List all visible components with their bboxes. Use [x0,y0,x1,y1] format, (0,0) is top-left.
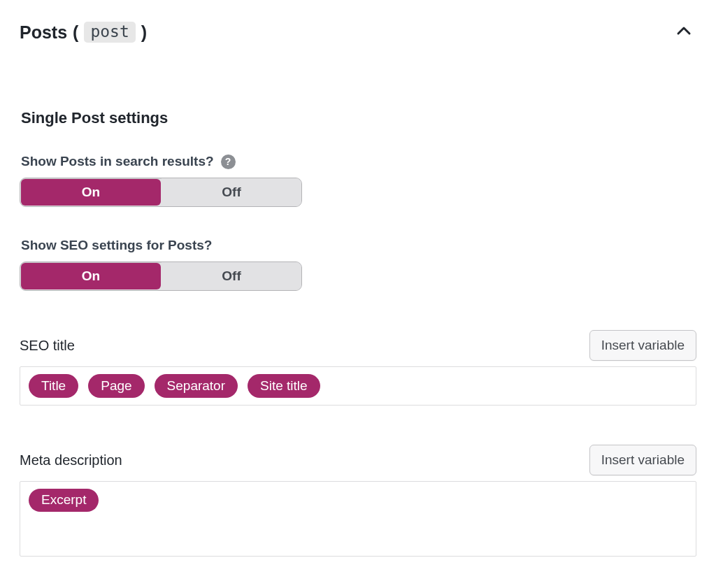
variable-pill[interactable]: Separator [155,374,238,398]
posts-settings-panel: Posts ( post ) Single Post settings Show… [0,0,716,585]
seo-title-insert-variable-button[interactable]: Insert variable [589,330,696,361]
seo-settings-on-button[interactable]: On [21,263,161,289]
paren-open: ( [73,22,78,43]
post-type-slug: post [84,22,135,43]
subsection-heading: Single Post settings [21,109,696,127]
paren-close: ) [141,22,147,43]
meta-description-insert-variable-button[interactable]: Insert variable [589,445,696,475]
search-results-label-row: Show Posts in search results? ? [21,154,695,169]
seo-settings-label: Show SEO settings for Posts? [21,238,212,253]
seo-title-label: SEO title [20,338,75,354]
meta-description-field-row: Meta description Insert variable [20,445,696,475]
seo-settings-toggle: On Off [20,261,302,291]
seo-title-input[interactable]: TitlePageSeparatorSite title [20,366,696,406]
section-title: Posts ( post ) [20,22,147,43]
variable-pill[interactable]: Page [88,374,144,398]
help-icon[interactable]: ? [221,155,236,169]
search-results-label: Show Posts in search results? [21,154,214,169]
search-results-on-button[interactable]: On [21,179,161,206]
search-results-toggle: On Off [20,178,302,207]
collapse-toggle[interactable] [671,20,696,45]
meta-description-label: Meta description [20,452,122,468]
variable-pill[interactable]: Title [29,374,78,398]
meta-description-input[interactable]: Excerpt [20,481,696,557]
seo-title-field-row: SEO title Insert variable [20,330,696,361]
chevron-up-icon [675,23,692,42]
variable-pill[interactable]: Excerpt [29,489,99,512]
variable-pill[interactable]: Site title [248,374,320,398]
section-title-prefix: Posts [20,22,67,43]
seo-settings-off-button[interactable]: Off [162,262,301,290]
seo-settings-label-row: Show SEO settings for Posts? [21,238,695,253]
search-results-off-button[interactable]: Off [162,178,301,206]
section-header: Posts ( post ) [17,20,699,45]
